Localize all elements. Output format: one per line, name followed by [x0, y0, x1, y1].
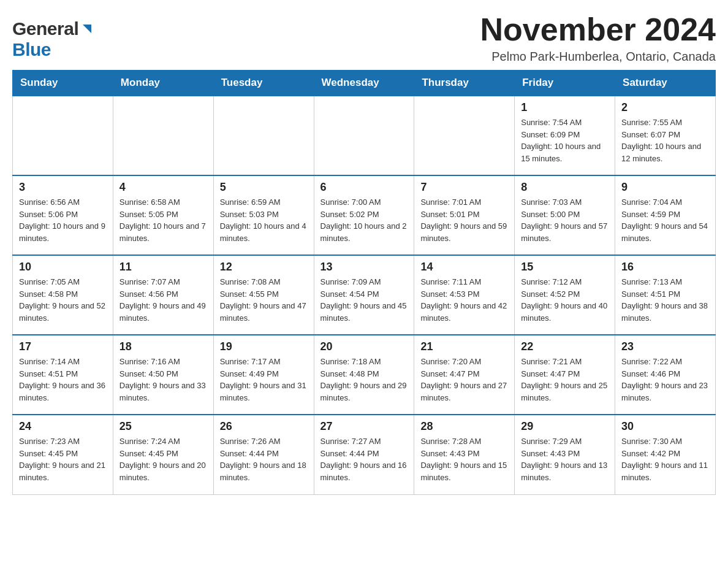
header-friday: Friday: [515, 71, 615, 96]
calendar-cell: 4Sunrise: 6:58 AMSunset: 5:05 PMDaylight…: [113, 175, 213, 255]
svg-marker-0: [83, 25, 91, 33]
day-number: 16: [621, 261, 709, 274]
calendar-cell: 2Sunrise: 7:55 AMSunset: 6:07 PMDaylight…: [615, 96, 716, 175]
day-info: Sunrise: 7:03 AMSunset: 5:00 PMDaylight:…: [521, 196, 609, 244]
day-number: 11: [119, 261, 207, 274]
header-sunday: Sunday: [13, 71, 113, 96]
calendar-cell: 16Sunrise: 7:13 AMSunset: 4:51 PMDayligh…: [615, 255, 716, 335]
day-info: Sunrise: 7:04 AMSunset: 4:59 PMDaylight:…: [621, 196, 709, 244]
day-number: 10: [19, 261, 107, 274]
day-info: Sunrise: 7:30 AMSunset: 4:42 PMDaylight:…: [621, 435, 709, 483]
header-tuesday: Tuesday: [213, 71, 314, 96]
calendar-cell: 27Sunrise: 7:27 AMSunset: 4:44 PMDayligh…: [314, 415, 414, 494]
calendar-cell: [314, 96, 414, 175]
day-number: 5: [220, 181, 308, 194]
title-section: November 2024 Pelmo Park-Humberlea, Onta…: [480, 12, 716, 64]
day-number: 13: [320, 261, 408, 274]
day-number: 14: [420, 261, 508, 274]
page-header: General Blue November 2024 Pelmo Park-Hu…: [12, 12, 716, 64]
day-number: 12: [220, 261, 308, 274]
day-number: 15: [521, 261, 609, 274]
day-number: 3: [19, 181, 107, 194]
calendar-cell: 8Sunrise: 7:03 AMSunset: 5:00 PMDaylight…: [515, 175, 615, 255]
calendar-cell: 23Sunrise: 7:22 AMSunset: 4:46 PMDayligh…: [615, 335, 716, 415]
header-wednesday: Wednesday: [314, 71, 414, 96]
calendar-cell: 24Sunrise: 7:23 AMSunset: 4:45 PMDayligh…: [13, 415, 113, 494]
calendar-cell: 14Sunrise: 7:11 AMSunset: 4:53 PMDayligh…: [414, 255, 515, 335]
day-number: 28: [420, 420, 508, 433]
day-info: Sunrise: 7:12 AMSunset: 4:52 PMDaylight:…: [521, 276, 609, 324]
day-info: Sunrise: 7:16 AMSunset: 4:50 PMDaylight:…: [119, 356, 207, 404]
day-number: 17: [19, 340, 107, 353]
day-number: 23: [621, 340, 709, 353]
calendar-cell: 10Sunrise: 7:05 AMSunset: 4:58 PMDayligh…: [13, 255, 113, 335]
day-info: Sunrise: 7:09 AMSunset: 4:54 PMDaylight:…: [320, 276, 408, 324]
day-number: 8: [521, 181, 609, 194]
day-info: Sunrise: 7:27 AMSunset: 4:44 PMDaylight:…: [320, 435, 408, 483]
logo-blue-text: Blue: [12, 39, 51, 59]
day-number: 22: [521, 340, 609, 353]
calendar-cell: 15Sunrise: 7:12 AMSunset: 4:52 PMDayligh…: [515, 255, 615, 335]
calendar-table: Sunday Monday Tuesday Wednesday Thursday…: [12, 70, 716, 495]
calendar-cell: [113, 96, 213, 175]
calendar-cell: 28Sunrise: 7:28 AMSunset: 4:43 PMDayligh…: [414, 415, 515, 494]
day-number: 27: [320, 420, 408, 433]
calendar-week-row: 10Sunrise: 7:05 AMSunset: 4:58 PMDayligh…: [13, 255, 716, 335]
calendar-cell: 1Sunrise: 7:54 AMSunset: 6:09 PMDaylight…: [515, 96, 615, 175]
day-number: 7: [420, 181, 508, 194]
logo: General Blue: [12, 12, 94, 60]
calendar-cell: 3Sunrise: 6:56 AMSunset: 5:06 PMDaylight…: [13, 175, 113, 255]
day-info: Sunrise: 7:24 AMSunset: 4:45 PMDaylight:…: [119, 435, 207, 483]
day-info: Sunrise: 7:17 AMSunset: 4:49 PMDaylight:…: [220, 356, 308, 404]
calendar-cell: 29Sunrise: 7:29 AMSunset: 4:43 PMDayligh…: [515, 415, 615, 494]
calendar-header-row: Sunday Monday Tuesday Wednesday Thursday…: [13, 71, 716, 96]
month-title: November 2024: [480, 12, 716, 47]
calendar-cell: 11Sunrise: 7:07 AMSunset: 4:56 PMDayligh…: [113, 255, 213, 335]
day-number: 24: [19, 420, 107, 433]
day-number: 26: [220, 420, 308, 433]
calendar-cell: [414, 96, 515, 175]
day-info: Sunrise: 7:23 AMSunset: 4:45 PMDaylight:…: [19, 435, 107, 483]
day-info: Sunrise: 7:08 AMSunset: 4:55 PMDaylight:…: [220, 276, 308, 324]
header-monday: Monday: [113, 71, 213, 96]
day-number: 19: [220, 340, 308, 353]
day-number: 4: [119, 181, 207, 194]
day-info: Sunrise: 7:01 AMSunset: 5:01 PMDaylight:…: [420, 196, 508, 244]
day-info: Sunrise: 7:26 AMSunset: 4:44 PMDaylight:…: [220, 435, 308, 483]
day-number: 2: [621, 101, 709, 114]
day-info: Sunrise: 7:11 AMSunset: 4:53 PMDaylight:…: [420, 276, 508, 324]
calendar-cell: 12Sunrise: 7:08 AMSunset: 4:55 PMDayligh…: [213, 255, 314, 335]
calendar-cell: 17Sunrise: 7:14 AMSunset: 4:51 PMDayligh…: [13, 335, 113, 415]
calendar-cell: 25Sunrise: 7:24 AMSunset: 4:45 PMDayligh…: [113, 415, 213, 494]
day-number: 6: [320, 181, 408, 194]
day-info: Sunrise: 6:58 AMSunset: 5:05 PMDaylight:…: [119, 196, 207, 244]
day-number: 9: [621, 181, 709, 194]
header-saturday: Saturday: [615, 71, 716, 96]
day-info: Sunrise: 7:29 AMSunset: 4:43 PMDaylight:…: [521, 435, 609, 483]
day-info: Sunrise: 6:59 AMSunset: 5:03 PMDaylight:…: [220, 196, 308, 244]
day-number: 29: [521, 420, 609, 433]
logo-general-text: General: [12, 18, 78, 39]
day-number: 1: [521, 101, 609, 114]
logo-triangle-icon: [80, 22, 94, 38]
header-thursday: Thursday: [414, 71, 515, 96]
day-info: Sunrise: 7:22 AMSunset: 4:46 PMDaylight:…: [621, 356, 709, 404]
day-info: Sunrise: 7:05 AMSunset: 4:58 PMDaylight:…: [19, 276, 107, 324]
calendar-cell: 9Sunrise: 7:04 AMSunset: 4:59 PMDaylight…: [615, 175, 716, 255]
calendar-cell: 20Sunrise: 7:18 AMSunset: 4:48 PMDayligh…: [314, 335, 414, 415]
calendar-cell: [213, 96, 314, 175]
calendar-week-row: 24Sunrise: 7:23 AMSunset: 4:45 PMDayligh…: [13, 415, 716, 494]
day-info: Sunrise: 7:21 AMSunset: 4:47 PMDaylight:…: [521, 356, 609, 404]
day-number: 20: [320, 340, 408, 353]
calendar-week-row: 17Sunrise: 7:14 AMSunset: 4:51 PMDayligh…: [13, 335, 716, 415]
calendar-week-row: 3Sunrise: 6:56 AMSunset: 5:06 PMDaylight…: [13, 175, 716, 255]
day-info: Sunrise: 7:00 AMSunset: 5:02 PMDaylight:…: [320, 196, 408, 244]
day-info: Sunrise: 7:18 AMSunset: 4:48 PMDaylight:…: [320, 356, 408, 404]
calendar-cell: 5Sunrise: 6:59 AMSunset: 5:03 PMDaylight…: [213, 175, 314, 255]
calendar-cell: 30Sunrise: 7:30 AMSunset: 4:42 PMDayligh…: [615, 415, 716, 494]
day-info: Sunrise: 6:56 AMSunset: 5:06 PMDaylight:…: [19, 196, 107, 244]
day-number: 21: [420, 340, 508, 353]
day-info: Sunrise: 7:14 AMSunset: 4:51 PMDaylight:…: [19, 356, 107, 404]
day-info: Sunrise: 7:07 AMSunset: 4:56 PMDaylight:…: [119, 276, 207, 324]
calendar-cell: 6Sunrise: 7:00 AMSunset: 5:02 PMDaylight…: [314, 175, 414, 255]
